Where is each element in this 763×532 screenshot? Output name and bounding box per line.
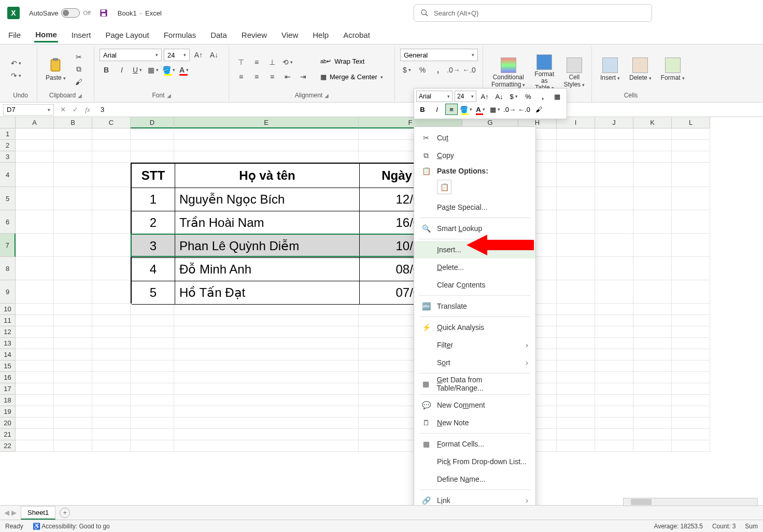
cell[interactable] [54,372,92,383]
cell[interactable] [131,140,174,151]
merge-center-button[interactable]: ▦Merge & Center▾ [317,70,386,84]
align-center-icon[interactable]: ≡ [250,71,263,82]
cell-styles-button[interactable]: Cell Styles [560,55,588,90]
mini-fill-icon[interactable]: 🪣 [460,104,472,115]
format-painter-button[interactable]: 🖌 [72,76,86,88]
cell[interactable] [633,418,672,429]
cell[interactable] [92,210,131,234]
cell[interactable] [672,151,710,163]
table-cell[interactable]: Trần Hoài Nam [175,211,360,235]
row-header[interactable]: 15 [0,361,16,372]
mini-increase-font-icon[interactable]: A↑ [478,91,491,102]
menu-item-quick-analysis[interactable]: ⚡Quick Analysis [414,319,535,336]
menu-item-paste-special[interactable]: Paste Special... [414,198,535,216]
cancel-formula-icon[interactable]: ✕ [57,106,68,114]
cell[interactable] [16,395,54,406]
cell[interactable] [54,383,92,395]
cell[interactable] [16,372,54,383]
table-cell[interactable]: 3 [132,235,175,258]
mini-bold-icon[interactable]: B [416,104,429,115]
menu-item-define-name[interactable]: Define Name... [414,470,535,488]
enter-formula-icon[interactable]: ✓ [69,106,81,114]
comma-icon[interactable]: , [431,64,445,76]
cell[interactable] [557,128,595,140]
cell[interactable] [557,257,595,280]
cell[interactable] [595,349,633,361]
cell[interactable] [595,210,633,234]
cell[interactable] [16,128,54,140]
cell[interactable] [595,406,633,418]
redo-button[interactable]: ↷ [9,70,23,81]
row-header[interactable]: 21 [0,429,16,440]
cell[interactable] [557,315,595,326]
cell[interactable] [633,429,672,440]
mini-percent-icon[interactable]: % [522,91,534,102]
cell[interactable] [54,440,92,452]
mini-table-icon[interactable]: ▦ [551,91,563,102]
row-header[interactable]: 14 [0,349,16,361]
tab-formulas[interactable]: Formulas [163,28,197,41]
currency-icon[interactable]: $ [400,64,414,76]
column-header[interactable]: J [595,117,633,128]
cell[interactable] [16,429,54,440]
cell[interactable] [174,395,359,406]
cell[interactable] [633,304,672,315]
cell[interactable] [633,234,672,257]
cell[interactable] [633,406,672,418]
cell[interactable] [174,361,359,372]
align-bottom-icon[interactable]: ⊥ [265,56,279,68]
cell[interactable] [54,429,92,440]
format-as-table-button[interactable]: Format as Table [531,52,557,94]
orientation-icon[interactable]: ⟲ [281,56,294,68]
tab-help[interactable]: Help [312,28,330,41]
mini-size-combo[interactable]: 24▾ [455,91,476,102]
cell[interactable] [595,163,633,187]
percent-icon[interactable]: % [416,64,429,76]
cell[interactable] [16,151,54,163]
menu-item-new-comment[interactable]: 💬New Comment [414,396,535,414]
tab-insert[interactable]: Insert [70,28,92,41]
cell[interactable] [672,406,710,418]
cell[interactable] [633,163,672,187]
cell[interactable] [92,395,131,406]
cell[interactable] [557,234,595,257]
cell[interactable] [131,361,174,372]
cell[interactable] [92,372,131,383]
cell[interactable] [595,418,633,429]
column-header[interactable]: A [16,117,54,128]
row-header[interactable]: 7 [0,234,16,257]
cell[interactable] [16,326,54,338]
cell[interactable] [54,418,92,429]
align-middle-icon[interactable]: ≡ [250,56,263,68]
menu-item-sort[interactable]: Sort› [414,354,535,371]
cell[interactable] [672,361,710,372]
cell[interactable] [595,128,633,140]
cell[interactable] [557,210,595,234]
cell[interactable] [672,257,710,280]
cell[interactable] [16,280,54,304]
row-header[interactable]: 17 [0,383,16,395]
tab-home[interactable]: Home [34,28,58,42]
cell[interactable] [633,315,672,326]
cell[interactable] [54,257,92,280]
cell[interactable] [92,338,131,349]
add-sheet-button[interactable]: + [60,508,70,518]
name-box[interactable]: D7▾ [3,104,54,116]
cell[interactable] [557,326,595,338]
row-header[interactable]: 11 [0,315,16,326]
cell[interactable] [174,128,359,140]
cell[interactable] [92,361,131,372]
cell[interactable] [633,395,672,406]
cell[interactable] [595,361,633,372]
cell[interactable] [595,372,633,383]
cell[interactable] [633,440,672,452]
row-header[interactable]: 18 [0,395,16,406]
format-cells-button[interactable]: Format [658,55,688,83]
align-right-icon[interactable]: ≡ [265,71,279,82]
mini-decrease-font-icon[interactable]: A↓ [493,91,505,102]
menu-item-insert[interactable]: Insert... [414,241,535,258]
column-header[interactable]: L [672,117,710,128]
cell[interactable] [633,383,672,395]
row-header[interactable]: 8 [0,257,16,280]
mini-decdec-icon[interactable]: ←.0 [518,104,530,115]
